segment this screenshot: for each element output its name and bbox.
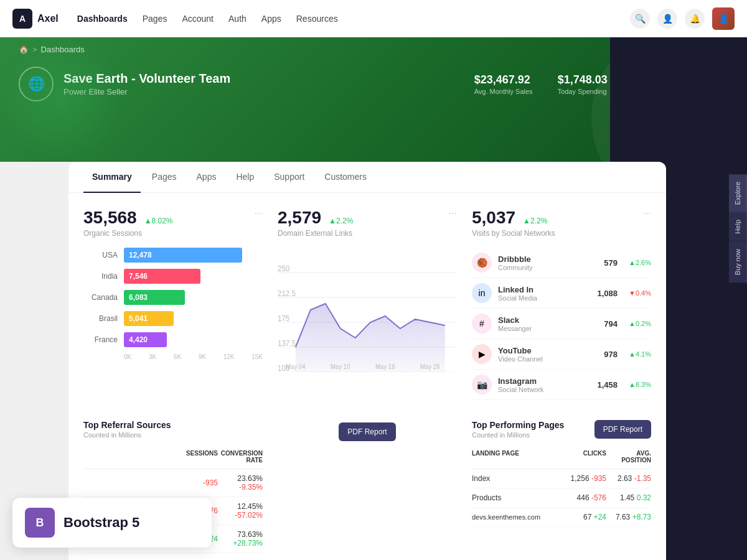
- bar-label-india: India: [83, 272, 118, 281]
- tab-help[interactable]: Help: [227, 162, 263, 193]
- metric-badge-0: ▲8.02%: [144, 217, 173, 225]
- bar-value-brasil: 5,041: [129, 314, 148, 323]
- metric-menu-1[interactable]: ···: [449, 208, 457, 219]
- social-info-linkedin: Linked In Social Media: [498, 285, 537, 302]
- metric-badge-1: ▲2.2%: [329, 217, 353, 225]
- social-type-youtube: Video Channel: [498, 355, 543, 363]
- axis-9k: 9K: [199, 353, 206, 360]
- referral-subtitle: Counted in Millions: [83, 431, 263, 439]
- page-name-2: devs.keenthemes.com: [472, 513, 561, 521]
- page-row-1: Products 446 -576 1.45 0.32: [472, 488, 651, 508]
- referral-title: Top Referral Sources: [83, 420, 263, 430]
- axis-6k: 6K: [174, 353, 181, 360]
- nav-pages[interactable]: Pages: [143, 14, 167, 24]
- referral-rate-0: 23.63% -9.35%: [218, 474, 263, 492]
- notification-icon[interactable]: 🔔: [685, 9, 705, 29]
- social-name-dribbble: Dribbble: [498, 254, 533, 264]
- avatar[interactable]: 👤: [712, 7, 735, 30]
- tab-apps[interactable]: Apps: [188, 162, 225, 193]
- youtube-icon: ▶: [472, 344, 492, 364]
- tab-bar: Summary Pages Apps Help Support Customer…: [68, 162, 666, 193]
- col-header-rate: CONVERSION RATE: [218, 450, 263, 464]
- nav-resources[interactable]: Resources: [296, 14, 338, 24]
- col-header-name: [83, 450, 173, 464]
- metric-menu-0[interactable]: ···: [255, 208, 263, 219]
- nav-auth[interactable]: Auth: [228, 14, 247, 24]
- metric-badge-2: ▲2.2%: [523, 217, 547, 225]
- axis-15k: 15K: [251, 353, 263, 360]
- bar-container-india: 7,546: [124, 269, 263, 284]
- brand-name: Axel: [37, 13, 59, 24]
- social-count-slack: 794: [604, 319, 618, 329]
- metric-label-2: Visits by Social Networks: [472, 229, 651, 238]
- line-chart-area: 250 212.5 175 137.5 100: [278, 248, 457, 375]
- bar-usa: 12,478: [124, 248, 242, 263]
- social-info-instagram: Instagram Social Network: [498, 376, 543, 393]
- bootstrap-text: Bootstrap 5: [63, 515, 139, 531]
- tab-summary[interactable]: Summary: [83, 162, 141, 193]
- dribbble-icon: 🏀: [472, 253, 492, 273]
- social-name-youtube: YouTube: [498, 346, 543, 355]
- svg-text:May 04: May 04: [286, 363, 306, 370]
- social-list: 🏀 Dribbble Community 579 ▲2.6% in Linked…: [472, 248, 651, 400]
- referral-table-header: SESSIONS CONVERSION RATE: [83, 445, 263, 469]
- svg-text:175: 175: [278, 314, 290, 322]
- svg-text:212.5: 212.5: [278, 289, 296, 297]
- page-position-1: 1.45 0.32: [606, 493, 651, 502]
- svg-text:137.5: 137.5: [278, 339, 296, 347]
- page-name-0: Index: [472, 474, 561, 483]
- bar-chart: USA 12,478 India 7,546: [83, 248, 263, 360]
- side-tab-buy[interactable]: Buy now: [729, 241, 747, 282]
- bar-india: 7,546: [124, 269, 200, 284]
- instagram-icon: 📷: [472, 375, 492, 394]
- hero-stat-value-0: $23,467.92: [474, 73, 533, 86]
- social-change-dribbble: ▲2.6%: [629, 259, 651, 266]
- bar-row-brasil: Brasil 5,041: [83, 311, 263, 326]
- col-header-clicks: CLICKS: [561, 450, 606, 464]
- slack-icon: #: [472, 314, 492, 334]
- social-type-slack: Messanger: [498, 325, 532, 332]
- social-change-slack: ▲0.2%: [629, 320, 651, 327]
- user-icon[interactable]: 👤: [657, 9, 677, 29]
- side-tab-help[interactable]: Help: [729, 212, 747, 241]
- nav-apps[interactable]: Apps: [261, 14, 281, 24]
- pdf-report-button-2[interactable]: PDF Report: [594, 420, 651, 439]
- bar-label-brasil: Brasil: [83, 314, 118, 323]
- metric-menu-2[interactable]: ···: [643, 208, 651, 219]
- social-item-slack: # Slack Messanger 794 ▲0.2%: [472, 309, 651, 339]
- search-icon[interactable]: 🔍: [630, 9, 650, 29]
- metric-domain-links: 2,579 ▲2.2% Domain External Links ··· 25…: [278, 208, 457, 400]
- metric-label-1: Domain External Links: [278, 229, 457, 238]
- hero-stat-label-0: Avg. Monthly Sales: [474, 88, 533, 95]
- pdf-report-button[interactable]: PDF Report: [339, 422, 395, 441]
- hero-stat-value-1: $1,748.03: [558, 73, 608, 86]
- col-header-sessions: SESSIONS: [173, 450, 218, 464]
- bar-value-canada: 6,083: [129, 293, 148, 302]
- metric-value-2: 5,037: [472, 208, 515, 228]
- bar-label-canada: Canada: [83, 293, 118, 302]
- tab-customers[interactable]: Customers: [316, 162, 375, 193]
- referral-rate-2: 73.63% +28.73%: [218, 530, 263, 548]
- bar-row-france: France 4,420: [83, 332, 263, 347]
- navbar: A Axel Dashboards Pages Account Auth App…: [0, 0, 747, 37]
- social-change-youtube: ▲4.1%: [629, 350, 651, 358]
- side-tab-explore[interactable]: Explore: [729, 174, 747, 212]
- hero-stat-0: $23,467.92 Avg. Monthly Sales: [474, 73, 533, 95]
- bar-row-india: India 7,546: [83, 269, 263, 284]
- nav-dashboards[interactable]: Dashboards: [77, 14, 128, 24]
- page-clicks-0: 1,256 -935: [561, 474, 606, 483]
- pages-title: Top Performing Pages: [472, 420, 564, 430]
- tab-pages[interactable]: Pages: [143, 162, 186, 193]
- social-type-dribbble: Community: [498, 264, 533, 271]
- bar-container-usa: 12,478: [124, 248, 263, 263]
- tab-support[interactable]: Support: [265, 162, 313, 193]
- social-type-linkedin: Social Media: [498, 294, 537, 302]
- social-info-youtube: YouTube Video Channel: [498, 346, 543, 363]
- col-header-page: LANDING PAGE: [472, 450, 561, 464]
- page-name-1: Products: [472, 493, 561, 502]
- nav-account[interactable]: Account: [182, 14, 214, 24]
- bootstrap-icon: B: [25, 508, 55, 538]
- bar-label-usa: USA: [83, 251, 118, 259]
- metrics-row: 35,568 ▲8.02% Organic Sessions ··· USA 1…: [83, 208, 651, 400]
- decorative-blob: [0, 37, 125, 162]
